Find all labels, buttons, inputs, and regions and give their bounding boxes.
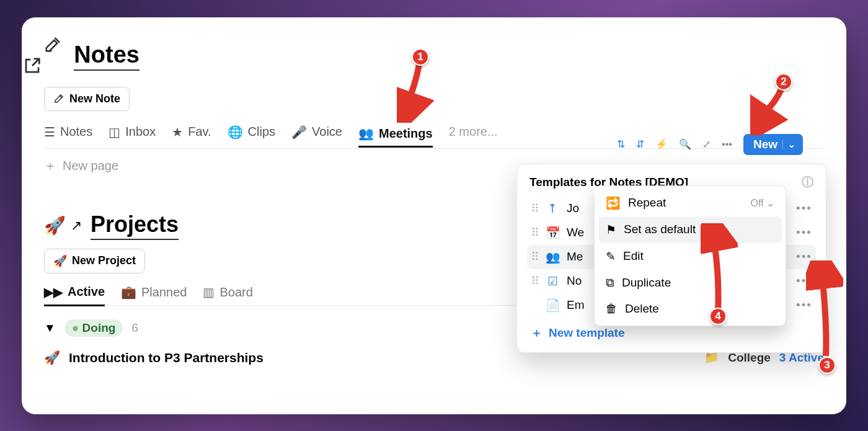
new-button-label: New xyxy=(753,138,777,151)
projects-title: Projects xyxy=(91,211,179,240)
annotation-arrow-4 xyxy=(701,223,738,316)
annotation-badge-2: 2 xyxy=(775,73,792,91)
checklist-icon: ☑ xyxy=(546,274,559,288)
new-dropdown-button[interactable]: New ⌄ xyxy=(743,134,803,155)
flag-icon: ⚑ xyxy=(606,223,616,237)
people-icon: 👥 xyxy=(546,250,559,264)
row-more-icon[interactable]: ••• xyxy=(796,202,812,215)
expand-icon[interactable]: ⤢ xyxy=(702,138,711,150)
tab-inbox[interactable]: ◫Inbox xyxy=(108,125,156,142)
tab-notes[interactable]: ☰Notes xyxy=(44,125,92,142)
notes-edit-icon xyxy=(44,35,65,78)
tab-voice[interactable]: 🎤Voice xyxy=(291,125,342,142)
template-label: Me xyxy=(567,250,583,264)
tab-more[interactable]: 2 more... xyxy=(449,125,498,141)
template-label: Em xyxy=(567,298,585,312)
annotation-arrow-2 xyxy=(750,86,794,135)
project-item-title: Introduction to P3 Partnerships xyxy=(69,350,264,365)
help-icon[interactable]: ⓘ xyxy=(802,174,813,190)
open-icon: ↗ xyxy=(71,218,82,234)
filter-icon[interactable]: ⇅ xyxy=(617,138,625,150)
annotation-badge-4: 4 xyxy=(709,308,727,325)
sort-icon[interactable]: ⇵ xyxy=(636,138,644,150)
search-icon[interactable]: 🔍 xyxy=(679,138,691,150)
ctx-delete[interactable]: 🗑 Delete xyxy=(598,296,782,322)
drag-icon[interactable]: ⠿ xyxy=(531,202,538,216)
rocket-icon: 🚀 xyxy=(44,350,60,365)
new-project-label: New Project xyxy=(72,254,136,267)
ctx-set-default[interactable]: ⚑ Set as default xyxy=(598,216,782,243)
repeat-icon: 🔁 xyxy=(606,196,621,210)
drag-icon[interactable]: ⠿ xyxy=(531,250,538,264)
rocket-icon: 🚀 xyxy=(44,215,66,236)
project-folder[interactable]: College xyxy=(728,351,771,365)
annotation-badge-1: 1 xyxy=(412,48,429,66)
templates-popover: Templates for Notes [DEMO] ⓘ ⠿ ⤒ Jo ••• … xyxy=(516,164,826,353)
tab-fav[interactable]: ★Fav. xyxy=(172,125,211,142)
tab-meetings[interactable]: 👥Meetings xyxy=(358,126,433,148)
drag-icon[interactable]: ⠿ xyxy=(531,274,538,288)
group-count: 6 xyxy=(131,321,138,335)
new-project-button[interactable]: 🚀 New Project xyxy=(44,249,145,273)
row-more-icon[interactable]: ••• xyxy=(796,226,812,239)
plus-icon: ＋ xyxy=(531,325,542,341)
automation-icon[interactable]: ⚡ xyxy=(655,138,668,150)
ctx-edit[interactable]: ✎ Edit xyxy=(598,243,782,270)
upload-icon: ⤒ xyxy=(546,202,559,216)
edit-icon: ✎ xyxy=(606,249,616,264)
duplicate-icon: ⧉ xyxy=(606,276,614,290)
plus-icon: ＋ xyxy=(44,158,56,174)
tab-planned[interactable]: 💼Planned xyxy=(121,285,187,300)
new-note-button[interactable]: New Note xyxy=(44,87,130,111)
trash-icon: 🗑 xyxy=(606,302,618,316)
tab-board[interactable]: ▥Board xyxy=(203,285,252,300)
drag-icon[interactable]: ⠿ xyxy=(531,226,538,240)
template-label: Jo xyxy=(567,202,579,215)
annotation-badge-3: 3 xyxy=(818,357,836,374)
ctx-duplicate[interactable]: ⧉ Duplicate xyxy=(598,270,782,296)
new-note-label: New Note xyxy=(69,92,120,105)
notes-header: Notes xyxy=(44,35,824,78)
page-icon: 📄 xyxy=(546,298,559,313)
template-label: No xyxy=(567,274,582,288)
new-page-label: New page xyxy=(63,159,118,173)
ctx-repeat[interactable]: 🔁 Repeat Off ⌄ xyxy=(598,190,782,216)
app-window: Notes New Note ☰Notes ◫Inbox ★Fav. 🌐Clip… xyxy=(22,17,846,414)
more-icon[interactable]: ••• xyxy=(722,139,732,150)
annotation-arrow-1 xyxy=(397,61,434,123)
template-context-menu: 🔁 Repeat Off ⌄ ⚑ Set as default ✎ Edit ⧉… xyxy=(594,185,786,326)
tab-clips[interactable]: 🌐Clips xyxy=(228,125,275,142)
annotation-arrow-3 xyxy=(806,260,843,360)
collapse-icon[interactable]: ▼ xyxy=(44,321,56,335)
template-label: We xyxy=(567,226,584,239)
notes-toolbar: ⇅ ⇵ ⚡ 🔍 ⤢ ••• New ⌄ xyxy=(617,134,803,155)
chevron-down-icon[interactable]: ⌄ xyxy=(782,140,795,149)
calendar-icon: 📅 xyxy=(546,226,559,240)
tab-active[interactable]: ▶▶Active xyxy=(44,285,105,306)
notes-title: Notes xyxy=(74,42,140,71)
